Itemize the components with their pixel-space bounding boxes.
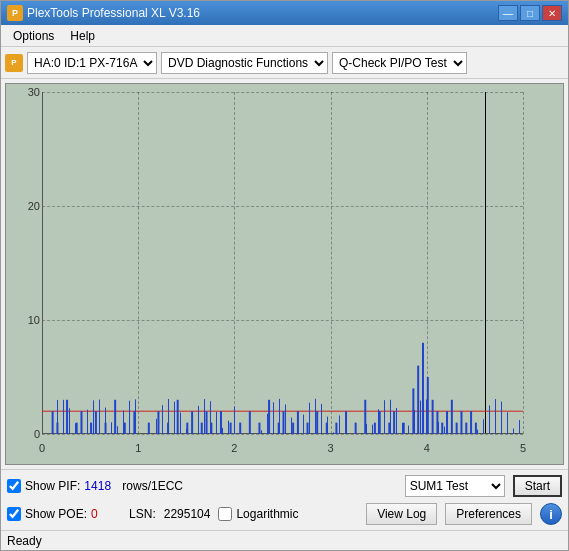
chart-area: 30 20 10 0 0 1 2 3 4 5: [5, 83, 564, 465]
lsn-label: LSN:: [129, 507, 156, 521]
logarithmic-checkbox[interactable]: [218, 507, 232, 521]
y-label-20: 20: [28, 200, 40, 212]
lsn-value: 2295104: [164, 507, 211, 521]
x-label-5: 5: [520, 442, 526, 454]
view-log-button[interactable]: View Log: [366, 503, 437, 525]
function-select[interactable]: DVD Diagnostic Functions: [161, 52, 328, 74]
maximize-button[interactable]: □: [520, 5, 540, 21]
show-pif-group: Show PIF: 1418: [7, 479, 114, 493]
minimize-button[interactable]: —: [498, 5, 518, 21]
info-button[interactable]: i: [540, 503, 562, 525]
title-bar: P PlexTools Professional XL V3.16 — □ ✕: [1, 1, 568, 25]
gridline-v-5: [523, 92, 524, 434]
sum-test-select[interactable]: SUM1 Test SUM8 Test: [405, 475, 505, 497]
start-button[interactable]: Start: [513, 475, 562, 497]
show-poe-checkbox[interactable]: [7, 507, 21, 521]
show-pif-label: Show PIF:: [25, 479, 80, 493]
chart-canvas: [42, 92, 523, 434]
control-row-1: Show PIF: 1418 rows/1ECC SUM1 Test SUM8 …: [7, 474, 562, 498]
menu-help[interactable]: Help: [62, 27, 103, 45]
gridline-h-0: [42, 434, 523, 435]
menu-options[interactable]: Options: [5, 27, 62, 45]
chart-grid: 30 20 10 0 0 1 2 3 4 5: [42, 92, 523, 434]
logarithmic-group: Logarithmic: [218, 507, 298, 521]
poe-value: 0: [91, 507, 121, 521]
show-poe-group: Show POE: 0: [7, 507, 121, 521]
window-controls: — □ ✕: [498, 5, 562, 21]
y-label-30: 30: [28, 86, 40, 98]
pif-value: 1418: [84, 479, 114, 493]
main-window: P PlexTools Professional XL V3.16 — □ ✕ …: [0, 0, 569, 551]
sum-test-select-group: SUM1 Test SUM8 Test: [405, 475, 505, 497]
show-poe-label: Show POE:: [25, 507, 87, 521]
x-label-4: 4: [424, 442, 430, 454]
y-label-10: 10: [28, 314, 40, 326]
status-text: Ready: [7, 534, 42, 548]
menu-bar: Options Help: [1, 25, 568, 47]
preferences-button[interactable]: Preferences: [445, 503, 532, 525]
status-bar: Ready: [1, 530, 568, 550]
bottom-controls: Show PIF: 1418 rows/1ECC SUM1 Test SUM8 …: [1, 469, 568, 530]
close-button[interactable]: ✕: [542, 5, 562, 21]
control-row-2: Show POE: 0 LSN: 2295104 Logarithmic Vie…: [7, 502, 562, 526]
app-icon: P: [7, 5, 23, 21]
rows-label: rows/1ECC: [122, 479, 183, 493]
toolbar: P HA:0 ID:1 PX-716A DVD Diagnostic Funct…: [1, 47, 568, 79]
logarithmic-label: Logarithmic: [236, 507, 298, 521]
x-label-0: 0: [39, 442, 45, 454]
y-label-0: 0: [34, 428, 40, 440]
chart-inner: 30 20 10 0 0 1 2 3 4 5: [6, 84, 563, 464]
x-label-3: 3: [328, 442, 334, 454]
window-title: PlexTools Professional XL V3.16: [27, 6, 498, 20]
show-pif-checkbox[interactable]: [7, 479, 21, 493]
x-label-1: 1: [135, 442, 141, 454]
drive-icon: P: [5, 54, 23, 72]
drive-select[interactable]: HA:0 ID:1 PX-716A: [27, 52, 157, 74]
test-select[interactable]: Q-Check PI/PO Test: [332, 52, 467, 74]
x-label-2: 2: [231, 442, 237, 454]
